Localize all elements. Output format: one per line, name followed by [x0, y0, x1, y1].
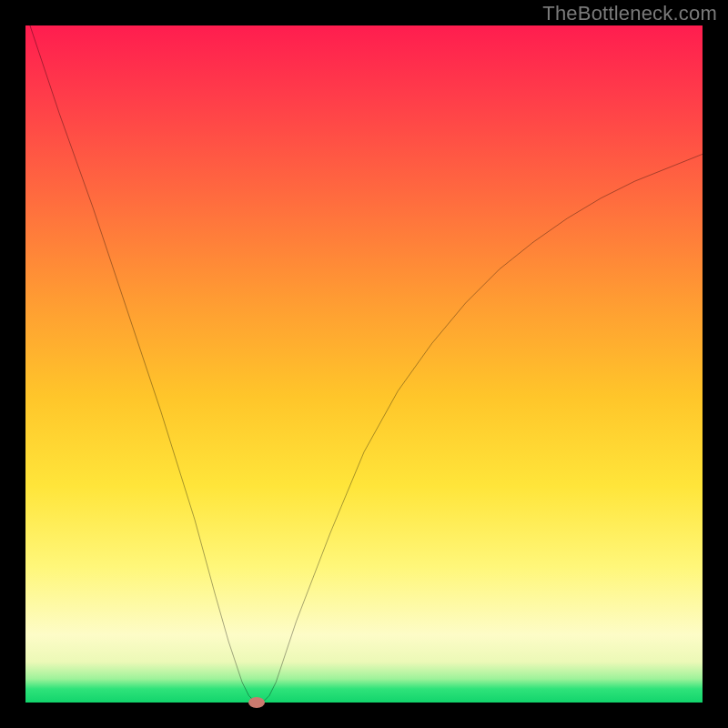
chart-frame: TheBottleneck.com — [0, 0, 728, 728]
bottleneck-curve — [25, 25, 703, 703]
curve-path — [25, 12, 703, 703]
watermark-text: TheBottleneck.com — [542, 2, 717, 25]
minimum-marker — [248, 697, 265, 708]
